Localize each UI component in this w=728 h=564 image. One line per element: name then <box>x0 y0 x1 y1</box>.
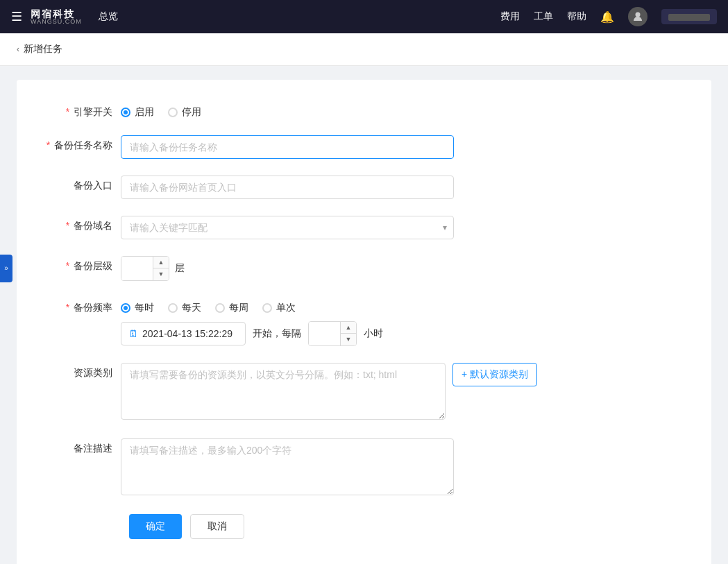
freq-daily-circle <box>168 303 178 313</box>
backup-level-spinners: ▲ ▼ <box>153 257 169 280</box>
interval-unit: 小时 <box>364 327 383 340</box>
engine-switch-content: 启用 停用 <box>121 102 454 119</box>
datetime-value: 2021-04-13 15:22:29 <box>142 328 232 339</box>
backup-domain-label: * 备份域名 <box>44 216 121 232</box>
level-up-btn[interactable]: ▲ <box>153 257 169 268</box>
interval-up-btn[interactable]: ▲ <box>341 322 356 334</box>
backup-freq-label: * 备份频率 <box>44 298 121 314</box>
cancel-button[interactable]: 取消 <box>190 514 244 539</box>
interval-down-btn[interactable]: ▼ <box>341 334 356 345</box>
freq-hourly-circle <box>121 303 130 313</box>
backup-level-content: 3 ▲ ▼ 层 <box>121 256 454 281</box>
backup-domain-row: * 备份域名 ▾ <box>44 216 684 239</box>
engine-switch-label: * 引擎开关 <box>44 102 121 119</box>
main-content: * 引擎开关 启用 停用 * 备份任务名 <box>0 66 728 564</box>
engine-off-radio[interactable]: 停用 <box>168 106 201 119</box>
engine-off-label: 停用 <box>182 106 201 119</box>
note-textarea[interactable] <box>121 438 454 495</box>
calendar-icon: 🗓 <box>128 328 138 339</box>
svg-point-0 <box>636 12 641 17</box>
bell-icon[interactable]: 🔔 <box>600 10 614 24</box>
fee-link[interactable]: 费用 <box>500 10 520 23</box>
task-name-row: * 备份任务名称 <box>44 135 684 159</box>
backup-entry-input[interactable] <box>121 176 454 199</box>
confirm-button[interactable]: 确定 <box>129 514 182 539</box>
task-name-label: * 备份任务名称 <box>44 135 121 152</box>
menu-icon[interactable]: ☰ <box>11 9 22 24</box>
backup-entry-row: 备份入口 <box>44 176 684 199</box>
nav-overview[interactable]: 总览 <box>99 10 118 23</box>
user-info[interactable] <box>661 9 717 24</box>
freq-once-circle <box>262 303 272 313</box>
backup-freq-content: 每时 每天 每周 单次 <box>121 298 454 346</box>
backup-level-number-wrap: 3 ▲ ▼ 层 <box>121 256 454 281</box>
engine-off-circle <box>168 108 178 117</box>
task-name-content <box>121 135 454 159</box>
start-text: 开始，每隔 <box>253 327 301 340</box>
interval-input[interactable]: 1 <box>309 322 340 345</box>
freq-hourly-label: 每时 <box>135 302 154 314</box>
resource-type-row: 资源类别 + 默认资源类别 <box>44 363 684 422</box>
resource-row: + 默认资源类别 <box>121 363 537 422</box>
interval-input-wrap: 1 ▲ ▼ <box>308 321 357 346</box>
freq-radio-group: 每时 每天 每周 单次 <box>121 298 454 314</box>
resource-type-textarea[interactable] <box>121 363 446 420</box>
note-row: 备注描述 <box>44 438 684 497</box>
freq-hourly-radio[interactable]: 每时 <box>121 302 154 314</box>
note-content <box>121 438 454 497</box>
engine-on-radio[interactable]: 启用 <box>121 106 154 119</box>
resource-type-content: + 默认资源类别 <box>121 363 537 422</box>
interval-spinners: ▲ ▼ <box>340 322 356 345</box>
engine-radio-group: 启用 停用 <box>121 102 454 119</box>
backup-freq-row: * 备份频率 每时 每天 每周 <box>44 298 684 346</box>
default-resource-btn[interactable]: + 默认资源类别 <box>452 363 537 386</box>
resource-textarea-wrap <box>121 363 446 422</box>
backup-level-row: * 备份层级 3 ▲ ▼ 层 <box>44 256 684 281</box>
form-card: * 引擎开关 启用 停用 * 备份任务名 <box>17 80 711 564</box>
engine-on-circle <box>121 108 130 117</box>
task-name-input[interactable] <box>121 135 454 159</box>
breadcrumb: ‹ 新增任务 <box>0 33 728 66</box>
avatar[interactable] <box>628 7 647 26</box>
header: ☰ 网宿科技 WANGSU.COM 总览 费用 工单 帮助 🔔 <box>0 0 728 33</box>
freq-once-radio[interactable]: 单次 <box>262 302 296 314</box>
freq-daily-label: 每天 <box>182 302 201 314</box>
backup-domain-select-wrap: ▾ <box>121 216 454 239</box>
page-title: 新增任务 <box>24 43 62 55</box>
header-right: 费用 工单 帮助 🔔 <box>500 7 717 26</box>
logo-cn: 网宿科技 <box>31 9 82 19</box>
datetime-row: 🗓 2021-04-13 15:22:29 开始，每隔 1 ▲ ▼ 小时 <box>121 321 454 346</box>
backup-entry-label: 备份入口 <box>44 176 121 192</box>
action-row: 确定 取消 <box>44 514 684 539</box>
level-unit: 层 <box>175 262 185 275</box>
freq-weekly-radio[interactable]: 每周 <box>215 302 248 314</box>
level-down-btn[interactable]: ▼ <box>153 268 169 280</box>
freq-weekly-label: 每周 <box>229 302 248 314</box>
engine-switch-row: * 引擎开关 启用 停用 <box>44 102 684 119</box>
freq-daily-radio[interactable]: 每天 <box>168 302 201 314</box>
engine-on-label: 启用 <box>135 106 154 119</box>
freq-once-label: 单次 <box>276 302 296 314</box>
backup-entry-content <box>121 176 454 199</box>
backup-level-label: * 备份层级 <box>44 256 121 273</box>
backup-domain-input[interactable] <box>121 216 454 239</box>
backup-level-input[interactable]: 3 <box>121 257 153 280</box>
back-icon[interactable]: ‹ <box>17 44 19 54</box>
datetime-input-wrap[interactable]: 🗓 2021-04-13 15:22:29 <box>121 322 246 345</box>
backup-domain-content: ▾ <box>121 216 454 239</box>
logo-en: WANGSU.COM <box>31 19 82 25</box>
workorder-link[interactable]: 工单 <box>534 10 553 23</box>
help-link[interactable]: 帮助 <box>567 10 586 23</box>
sidebar-toggle[interactable]: » <box>0 255 12 282</box>
note-label: 备注描述 <box>44 438 121 455</box>
resource-type-label: 资源类别 <box>44 363 121 379</box>
freq-weekly-circle <box>215 303 225 313</box>
backup-level-input-box: 3 ▲ ▼ <box>121 256 169 281</box>
logo: 网宿科技 WANGSU.COM <box>31 9 82 25</box>
